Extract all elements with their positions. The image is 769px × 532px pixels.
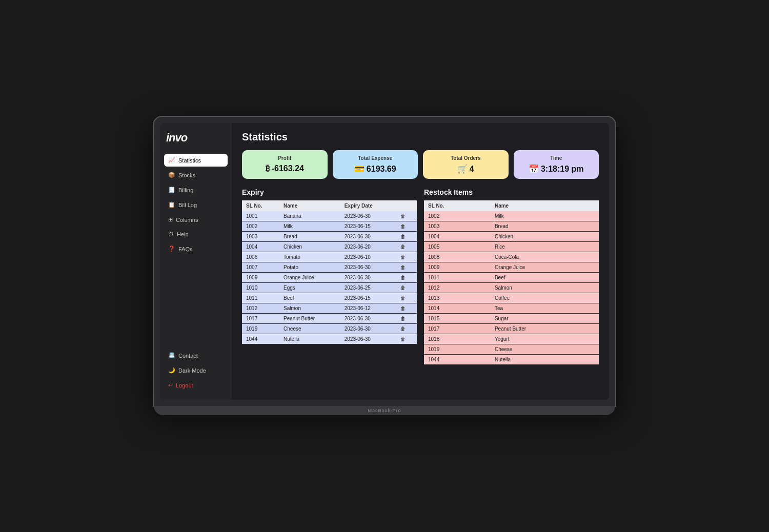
expiry-section: Expiry SL No. Name Expiry Date [242, 188, 417, 365]
table-row: 1009 Orange Juice [424, 262, 599, 273]
sidebar-item-billing[interactable]: 🧾 Billing [164, 183, 228, 196]
profit-icon: ₿ [266, 164, 270, 173]
delete-icon[interactable]: 🗑 [396, 262, 417, 273]
delete-icon[interactable]: 🗑 [396, 211, 417, 221]
expiry-col-name: Name [279, 200, 340, 211]
sidebar-item-faqs[interactable]: ❓ FAQs [164, 242, 228, 255]
restock-name: Sugar [491, 314, 599, 324]
expense-icon: 💳 [354, 164, 365, 174]
sidebar-label-columns: Columns [176, 217, 198, 223]
sidebar-item-help[interactable]: ⏱ Help [164, 228, 228, 240]
sidebar-item-contact[interactable]: 📇 Contact [164, 349, 228, 362]
restock-name: Bread [491, 221, 599, 232]
restock-name: Chicken [491, 232, 599, 242]
expiry-date: 2023-06-30 [340, 211, 396, 221]
delete-icon[interactable]: 🗑 [396, 314, 417, 324]
time-value: 📅 3:18:19 pm [521, 164, 592, 174]
expiry-name: Tomato [279, 252, 340, 262]
table-row: 1017 Peanut Butter [424, 324, 599, 334]
delete-icon[interactable]: 🗑 [396, 283, 417, 293]
delete-icon[interactable]: 🗑 [396, 324, 417, 334]
help-icon: ⏱ [168, 231, 174, 237]
expiry-name: Banana [279, 211, 340, 221]
table-row: 1005 Rice [424, 242, 599, 252]
delete-icon[interactable]: 🗑 [396, 293, 417, 303]
faqs-icon: ❓ [168, 245, 175, 252]
stat-card-time: Time 📅 3:18:19 pm [514, 150, 599, 179]
restock-sl: 1012 [424, 283, 491, 293]
delete-icon[interactable]: 🗑 [396, 334, 417, 344]
delete-icon[interactable]: 🗑 [396, 252, 417, 262]
restock-name: Peanut Butter [491, 324, 599, 334]
expense-label: Total Expense [340, 155, 411, 161]
expiry-date: 2023-06-30 [340, 273, 396, 283]
expiry-col-action [396, 200, 417, 211]
expiry-date: 2023-06-12 [340, 303, 396, 314]
restock-sl: 1013 [424, 293, 491, 303]
sidebar-item-dark-mode[interactable]: 🌙 Dark Mode [164, 364, 228, 377]
expiry-name: Milk [279, 221, 340, 232]
table-row: 1015 Sugar [424, 314, 599, 324]
expiry-col-date: Expiry Date [340, 200, 396, 211]
delete-icon[interactable]: 🗑 [396, 221, 417, 232]
laptop-screen: invo 📈 Statistics 📦 Stocks 🧾 Billing 📋 B… [154, 117, 615, 406]
restock-sl: 1003 [424, 221, 491, 232]
table-row: 1012 Salmon 2023-06-12 🗑 [242, 303, 417, 314]
table-row: 1003 Bread [424, 221, 599, 232]
logout-icon: ↩ [168, 382, 173, 388]
table-row: 1017 Peanut Butter 2023-06-30 🗑 [242, 314, 417, 324]
expiry-sl: 1009 [242, 273, 279, 283]
billing-icon: 🧾 [168, 187, 175, 193]
profit-value: ₿ -6163.24 [249, 164, 320, 173]
expiry-date: 2023-06-30 [340, 262, 396, 273]
restock-sl: 1044 [424, 355, 491, 365]
sidebar-label-faqs: FAQs [178, 246, 193, 252]
expiry-sl: 1012 [242, 303, 279, 314]
restock-sl: 1005 [424, 242, 491, 252]
expiry-col-sl: SL No. [242, 200, 279, 211]
table-row: 1009 Orange Juice 2023-06-30 🗑 [242, 273, 417, 283]
expiry-sl: 1007 [242, 262, 279, 273]
expiry-date: 2023-06-30 [340, 314, 396, 324]
expiry-name: Chicken [279, 242, 340, 252]
stat-card-expense: Total Expense 💳 6193.69 [333, 150, 418, 179]
restock-name: Rice [491, 242, 599, 252]
sidebar-item-statistics[interactable]: 📈 Statistics [164, 154, 228, 167]
table-row: 1012 Salmon [424, 283, 599, 293]
sidebar-label-help: Help [177, 231, 189, 237]
screen-inner: invo 📈 Statistics 📦 Stocks 🧾 Billing 📋 B… [160, 123, 609, 400]
restock-sl: 1011 [424, 273, 491, 283]
table-row: 1019 Cheese 2023-06-30 🗑 [242, 324, 417, 334]
sidebar-item-stocks[interactable]: 📦 Stocks [164, 169, 228, 181]
statistics-icon: 📈 [168, 157, 175, 163]
restock-col-name: Name [491, 200, 599, 211]
delete-icon[interactable]: 🗑 [396, 273, 417, 283]
restock-col-sl: SL No. [424, 200, 491, 211]
main-content: Statistics Profit ₿ -6163.24 Total Expen… [232, 123, 609, 400]
sidebar-item-columns[interactable]: ⊞ Columns [164, 213, 228, 226]
sidebar-label-logout: Logout [176, 382, 193, 388]
table-row: 1013 Coffee [424, 293, 599, 303]
stat-card-orders: Total Orders 🛒 4 [423, 150, 509, 179]
expiry-date: 2023-06-15 [340, 221, 396, 232]
table-row: 1002 Milk 2023-06-15 🗑 [242, 221, 417, 232]
sidebar-item-logout[interactable]: ↩ Logout [164, 379, 228, 392]
expiry-name: Cheese [279, 324, 340, 334]
restock-name: Beef [491, 273, 599, 283]
stocks-icon: 📦 [168, 172, 175, 178]
restock-name: Tea [491, 303, 599, 314]
table-row: 1044 Nutella 2023-06-30 🗑 [242, 334, 417, 344]
expiry-name: Eggs [279, 283, 340, 293]
orders-value: 🛒 4 [430, 164, 501, 174]
sidebar-bottom: 📇 Contact 🌙 Dark Mode ↩ Logout [164, 349, 228, 392]
sidebar-item-bill-log[interactable]: 📋 Bill Log [164, 198, 228, 211]
delete-icon[interactable]: 🗑 [396, 242, 417, 252]
delete-icon[interactable]: 🗑 [396, 232, 417, 242]
sidebar-label-bill-log: Bill Log [178, 202, 197, 208]
profit-label: Profit [249, 155, 320, 161]
delete-icon[interactable]: 🗑 [396, 303, 417, 314]
table-row: 1010 Eggs 2023-06-25 🗑 [242, 283, 417, 293]
expiry-name: Beef [279, 293, 340, 303]
orders-label: Total Orders [430, 155, 501, 161]
sidebar-label-billing: Billing [178, 187, 193, 193]
